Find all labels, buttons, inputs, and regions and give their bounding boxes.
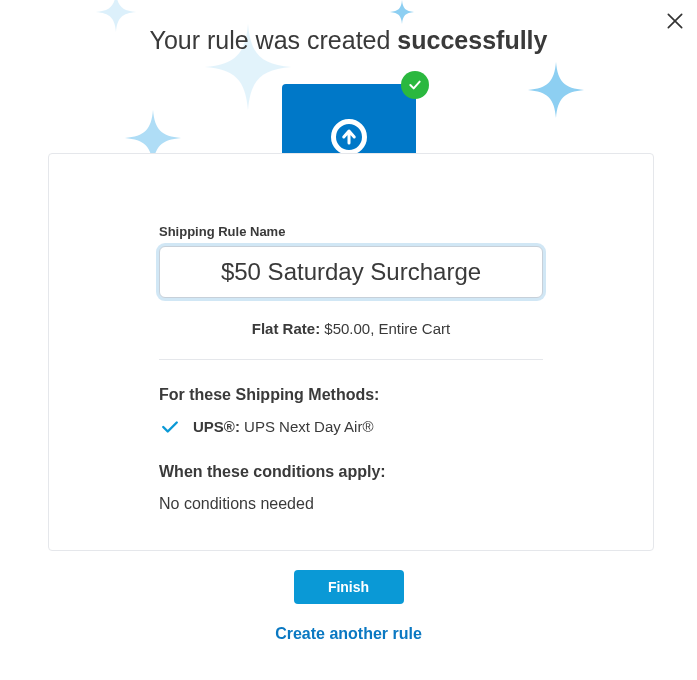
rule-summary-panel: Shipping Rule Name Flat Rate: $50.00, En… [48,153,654,551]
finish-button[interactable]: Finish [294,570,404,604]
methods-heading: For these Shipping Methods: [159,386,543,404]
shipping-method-row: UPS®: UPS Next Day Air® [161,418,543,435]
page-title: Your rule was created successfully [0,26,697,55]
flat-rate-value: $50.00, Entire Cart [320,320,450,337]
check-icon [161,420,179,434]
flat-rate-label: Flat Rate: [252,320,320,337]
conditions-heading: When these conditions apply: [159,463,543,481]
create-another-link[interactable]: Create another rule [0,625,697,643]
carrier-name: UPS®: [193,418,244,435]
rule-name-label: Shipping Rule Name [159,224,543,239]
headline-prefix: Your rule was created [150,26,398,54]
flat-rate-line: Flat Rate: $50.00, Entire Cart [159,320,543,337]
arrow-up-icon [331,119,367,155]
divider [159,359,543,360]
shipping-method-text: UPS®: UPS Next Day Air® [193,418,373,435]
sparkle-icon [390,0,414,24]
sparkle-icon [528,62,584,118]
rule-name-input[interactable] [159,246,543,298]
service-name: UPS Next Day Air® [244,418,373,435]
check-badge-icon [401,71,429,99]
conditions-text: No conditions needed [159,495,543,513]
headline-emphasis: successfully [397,26,547,54]
